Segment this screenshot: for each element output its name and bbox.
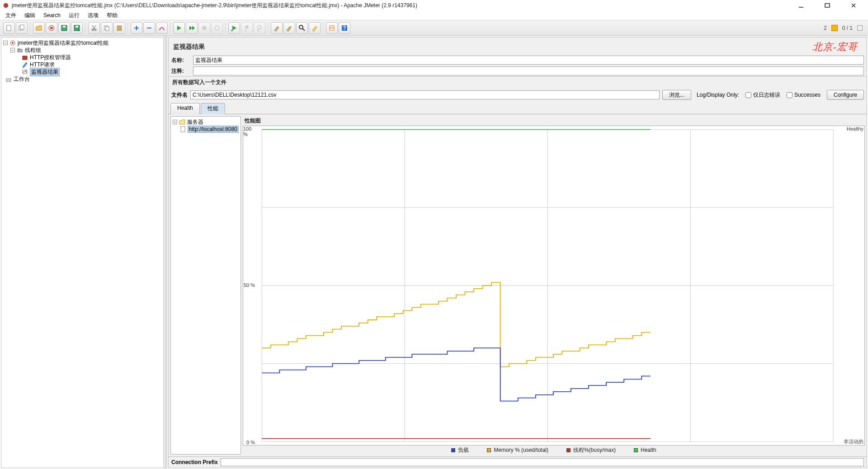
browse-button[interactable]: 浏览...	[662, 90, 691, 100]
workbench-icon	[5, 76, 12, 82]
menu-search[interactable]: Search	[40, 11, 64, 19]
tree-http-request[interactable]: HTTP请求	[3, 61, 161, 68]
reset-search-button[interactable]	[309, 22, 321, 34]
details-panel: 监视器结果 北京-宏哥 名称: 注释: 所有数据写入一个文件 文件名 浏览...…	[168, 37, 867, 468]
window-close-button[interactable]	[844, 1, 863, 10]
right-axis-inactive: 非活动的	[844, 438, 863, 445]
testplan-icon	[9, 40, 16, 46]
tree-toggle-icon[interactable]: −	[10, 48, 15, 52]
function-helper-button[interactable]	[326, 22, 338, 34]
tree-monitor-results-label: 监视器结果	[30, 68, 60, 76]
connection-prefix-label: Connection Prefix	[171, 459, 218, 465]
window-title: jmeter使用监视器结果监控tomcat性能.jmx (C:\Users\DE…	[12, 2, 792, 9]
legend-thread: 线程%(busy/max)	[566, 446, 616, 454]
tab-health[interactable]: Health	[170, 103, 200, 114]
remote-start-button[interactable]	[228, 22, 240, 34]
http-auth-icon	[21, 54, 28, 61]
collapse-button[interactable]	[143, 22, 155, 34]
toolbar: ? 2 0 / 1	[0, 20, 868, 36]
tree-toggle-icon[interactable]: −	[3, 41, 8, 45]
svg-rect-48	[181, 127, 185, 132]
right-axis-healthy: Healthy	[847, 126, 863, 131]
comment-label: 注释:	[171, 67, 191, 75]
result-tabs: Health 性能	[169, 103, 867, 114]
monitor-results-icon	[21, 69, 28, 75]
tree-http-auth[interactable]: HTTP授权管理器	[3, 54, 161, 61]
paste-button[interactable]	[113, 22, 125, 34]
y-axis-50: 50 %	[244, 282, 255, 288]
menu-help[interactable]: 帮助	[103, 11, 121, 20]
open-button[interactable]	[33, 22, 45, 34]
name-input[interactable]	[193, 56, 864, 65]
close-testplan-button[interactable]	[46, 22, 57, 34]
svg-point-29	[258, 25, 261, 29]
save-as-button[interactable]	[71, 22, 83, 34]
start-no-timers-button[interactable]	[186, 22, 198, 34]
thread-indicator-icon	[857, 25, 863, 31]
tree-workbench-label: 工作台	[14, 75, 30, 83]
remote-shutdown-button[interactable]	[254, 22, 265, 34]
http-request-icon	[21, 61, 28, 68]
svg-rect-7	[20, 25, 24, 29]
comment-input[interactable]	[193, 66, 864, 75]
shutdown-button[interactable]	[211, 22, 223, 34]
svg-rect-18	[106, 27, 109, 31]
svg-rect-45	[6, 79, 11, 81]
svg-point-0	[4, 3, 9, 8]
menubar: 文件 编辑 Search 运行 选项 帮助	[0, 11, 868, 20]
expand-button[interactable]	[131, 22, 142, 34]
server-tree[interactable]: − 服务器 http://localhost:8080	[170, 116, 241, 455]
tree-monitor-results[interactable]: 监视器结果	[3, 68, 161, 75]
svg-rect-2	[825, 4, 830, 7]
new-button[interactable]	[3, 22, 15, 34]
tab-performance[interactable]: 性能	[201, 103, 225, 114]
configure-button[interactable]: Configure	[827, 90, 864, 100]
folder-icon	[179, 119, 186, 125]
stop-button[interactable]	[198, 22, 210, 34]
file-label: 文件名	[171, 91, 188, 99]
save-button[interactable]	[58, 22, 70, 34]
menu-file[interactable]: 文件	[2, 11, 20, 20]
clear-all-button[interactable]	[283, 22, 295, 34]
toolbar-warn-count: 2	[824, 25, 827, 31]
svg-line-32	[302, 28, 305, 31]
toggle-button[interactable]	[156, 22, 168, 34]
tree-thread-group-label: 线程组	[25, 47, 41, 54]
copy-button[interactable]	[101, 22, 113, 34]
y-axis-100: 100 %	[243, 126, 255, 137]
start-button[interactable]	[173, 22, 185, 34]
window-maximize-button[interactable]	[818, 1, 836, 10]
tree-toggle-icon[interactable]: −	[173, 120, 177, 124]
vertical-splitter[interactable]	[165, 36, 167, 469]
tree-root[interactable]: − jmeter使用监视器结果监控tomcat性能	[3, 39, 161, 47]
menu-edit[interactable]: 编辑	[21, 11, 39, 20]
app-icon	[3, 2, 9, 9]
remote-stop-button[interactable]	[241, 22, 253, 34]
menu-run[interactable]: 运行	[65, 11, 83, 20]
errors-only-label: 仅日志错误	[753, 91, 780, 99]
window-titlebar: jmeter使用监视器结果监控tomcat性能.jmx (C:\Users\DE…	[0, 0, 868, 11]
cut-button[interactable]	[88, 22, 100, 34]
legend-load: 负载	[451, 446, 469, 454]
successes-checkbox[interactable]: Successes	[787, 92, 821, 98]
window-minimize-button[interactable]	[792, 1, 810, 10]
templates-button[interactable]	[16, 22, 28, 34]
warning-icon	[831, 25, 838, 31]
server-item[interactable]: http://localhost:8080	[173, 126, 239, 133]
tree-thread-group[interactable]: − 线程组	[3, 47, 161, 54]
svg-point-25	[215, 26, 219, 30]
server-root[interactable]: − 服务器	[173, 118, 239, 126]
help-button[interactable]: ?	[339, 22, 350, 34]
connection-prefix-input[interactable]	[221, 458, 864, 466]
svg-point-31	[299, 25, 303, 29]
file-path-input[interactable]	[190, 90, 660, 99]
menu-options[interactable]: 选项	[84, 11, 102, 20]
errors-only-checkbox[interactable]: 仅日志错误	[745, 91, 780, 99]
panel-title: 监视器结果	[173, 43, 205, 51]
test-plan-tree[interactable]: − jmeter使用监视器结果监控tomcat性能 − 线程组 HTTP授权管理…	[1, 37, 164, 468]
tree-workbench[interactable]: 工作台	[3, 75, 161, 83]
search-tool-button[interactable]	[296, 22, 308, 34]
legend-health: Health	[634, 447, 656, 453]
svg-rect-43	[23, 56, 27, 60]
clear-button[interactable]	[271, 22, 283, 34]
